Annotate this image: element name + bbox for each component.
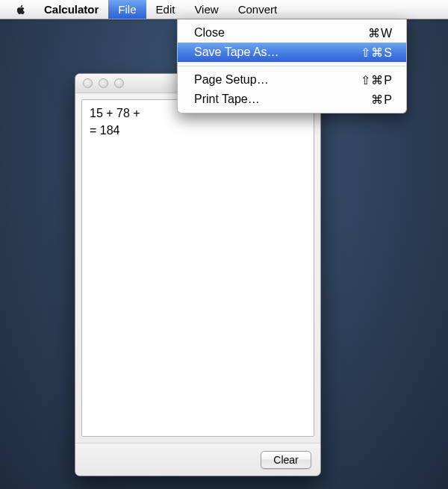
tape-line: = 184 [90,122,306,139]
window-close-button[interactable] [83,78,93,88]
clear-button[interactable]: Clear [261,451,311,469]
file-menu-dropdown: Close ⌘W Save Tape As… ⇧⌘S Page Setup… ⇧… [177,19,407,113]
apple-logo-icon [15,4,27,16]
menu-convert[interactable]: Convert [228,0,287,19]
menu-edit[interactable]: Edit [146,0,185,19]
apple-menu[interactable] [10,0,31,19]
menu-item-shortcut: ⌘P [371,93,393,107]
paper-tape-content: 15 + 78 + = 184 [81,99,314,437]
menu-item-label: Page Setup… [194,73,361,87]
menu-item-close[interactable]: Close ⌘W [178,23,406,43]
menu-item-label: Save Tape As… [194,46,361,59]
menu-bar: Calculator File Edit View Convert [0,0,448,19]
menu-item-shortcut: ⌘W [368,26,393,40]
menu-item-print-tape[interactable]: Print Tape… ⌘P [178,90,406,109]
menu-item-shortcut: ⇧⌘S [361,46,393,60]
app-name[interactable]: Calculator [34,0,108,19]
window-footer: Clear [75,443,320,476]
menu-item-save-tape-as[interactable]: Save Tape As… ⇧⌘S [178,43,406,62]
menu-item-label: Print Tape… [194,93,371,106]
menu-item-label: Close [194,26,368,40]
paper-tape-window: 15 + 78 + = 184 Clear [75,73,321,476]
menu-view[interactable]: View [184,0,228,19]
window-zoom-button[interactable] [114,78,124,88]
window-minimize-button[interactable] [99,78,108,88]
menu-file[interactable]: File [108,0,146,19]
menu-item-shortcut: ⇧⌘P [361,73,393,87]
menu-item-page-setup[interactable]: Page Setup… ⇧⌘P [178,70,406,90]
menu-separator [178,66,405,66]
